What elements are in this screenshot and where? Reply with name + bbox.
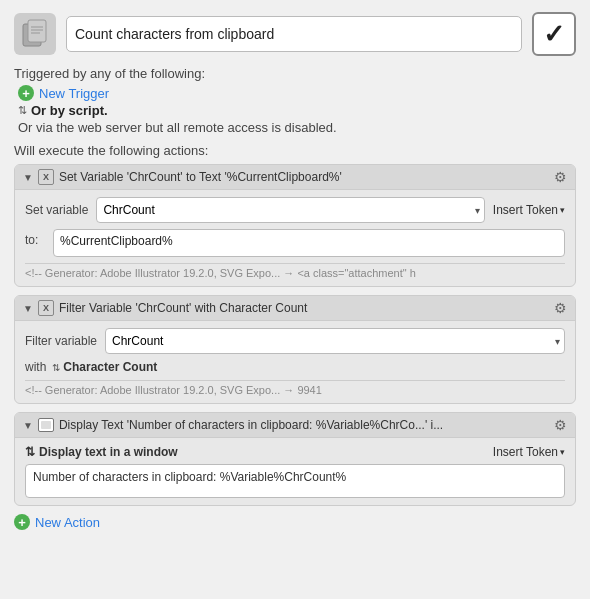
action2-ud-arrows-icon: ⇅ (52, 362, 60, 373)
action3-title: Display Text 'Number of characters in cl… (59, 418, 549, 432)
macro-title-input[interactable] (66, 16, 522, 52)
action3-body: ⇅ Display text in a window Insert Token … (15, 438, 575, 505)
triggered-by-label: Triggered by any of the following: (14, 66, 576, 81)
action-block-display-text: ▼ Display Text 'Number of characters in … (14, 412, 576, 506)
action2-body: Filter variable ChrCount ▾ with ⇅ Charac… (15, 321, 575, 403)
macro-header: ✓ (14, 12, 576, 56)
new-action-label[interactable]: New Action (35, 515, 100, 530)
action2-with-label: with (25, 360, 46, 374)
action1-body: Set variable ChrCount ▾ Insert Token ▾ t… (15, 190, 575, 286)
action1-to-label: to: (25, 229, 45, 247)
new-trigger-plus-icon[interactable]: + (18, 85, 34, 101)
action1-collapse-icon[interactable]: ▼ (23, 172, 33, 183)
macro-icon (14, 13, 56, 55)
action3-display-subrow: ⇅ Display text in a window Insert Token … (25, 445, 565, 459)
action3-display-label: Display text in a window (39, 445, 178, 459)
action3-header: ▼ Display Text 'Number of characters in … (15, 413, 575, 438)
action2-variable-select[interactable]: ChrCount (105, 328, 565, 354)
or-by-script-label: Or by script. (31, 103, 108, 118)
action1-set-variable-row: Set variable ChrCount ▾ Insert Token ▾ (25, 197, 565, 223)
action2-character-count-select[interactable]: ⇅ Character Count (52, 360, 157, 374)
action-block-filter-variable: ▼ X Filter Variable 'ChrCount' with Char… (14, 295, 576, 404)
confirm-button[interactable]: ✓ (532, 12, 576, 56)
action2-title: Filter Variable 'ChrCount' with Characte… (59, 301, 549, 315)
action2-filter-variable-label: Filter variable (25, 334, 97, 348)
action2-with-value: Character Count (63, 360, 157, 374)
action3-display-icon (38, 418, 54, 432)
svg-rect-1 (28, 20, 46, 42)
action1-set-variable-label: Set variable (25, 203, 88, 217)
trigger-section: Triggered by any of the following: + New… (14, 66, 576, 135)
new-trigger-row: + New Trigger (14, 85, 576, 101)
action1-variable-select-wrapper: ChrCount ▾ (96, 197, 484, 223)
action2-with-row: with ⇅ Character Count (25, 360, 565, 374)
action3-gear-icon[interactable]: ⚙ (554, 417, 567, 433)
action1-x-badge: X (38, 169, 54, 185)
action3-arrows-icon: ⇅ (25, 445, 35, 459)
or-by-script-row: ⇅ Or by script. (14, 103, 576, 118)
action2-gear-icon[interactable]: ⚙ (554, 300, 567, 316)
action2-header: ▼ X Filter Variable 'ChrCount' with Char… (15, 296, 575, 321)
action2-comment: <!-- Generator: Adobe Illustrator 19.2.0… (25, 380, 565, 396)
new-action-plus-icon[interactable]: + (14, 514, 30, 530)
action2-x-badge: X (38, 300, 54, 316)
script-arrows-icon: ⇅ (18, 104, 27, 117)
or-via-label: Or via the web server but all remote acc… (14, 120, 576, 135)
action1-to-value[interactable]: %CurrentClipboard% (53, 229, 565, 257)
action1-header: ▼ X Set Variable 'ChrCount' to Text '%Cu… (15, 165, 575, 190)
action1-gear-icon[interactable]: ⚙ (554, 169, 567, 185)
action2-variable-select-wrapper: ChrCount ▾ (105, 328, 565, 354)
new-action-row: + New Action (14, 514, 576, 530)
action1-comment: <!-- Generator: Adobe Illustrator 19.2.0… (25, 263, 565, 279)
action1-variable-select[interactable]: ChrCount (96, 197, 484, 223)
action2-filter-variable-row: Filter variable ChrCount ▾ (25, 328, 565, 354)
action3-insert-token-btn[interactable]: Insert Token ▾ (493, 445, 565, 459)
action1-title: Set Variable 'ChrCount' to Text '%Curren… (59, 170, 549, 184)
action3-collapse-icon[interactable]: ▼ (23, 420, 33, 431)
action2-collapse-icon[interactable]: ▼ (23, 303, 33, 314)
will-execute-label: Will execute the following actions: (14, 143, 576, 158)
action-block-set-variable: ▼ X Set Variable 'ChrCount' to Text '%Cu… (14, 164, 576, 287)
action3-display-label-row: ⇅ Display text in a window (25, 445, 178, 459)
action1-insert-token-btn[interactable]: Insert Token ▾ (493, 203, 565, 217)
action1-to-row: to: %CurrentClipboard% (25, 229, 565, 257)
action3-display-value[interactable]: Number of characters in clipboard: %Vari… (25, 464, 565, 498)
new-trigger-label[interactable]: New Trigger (39, 86, 109, 101)
